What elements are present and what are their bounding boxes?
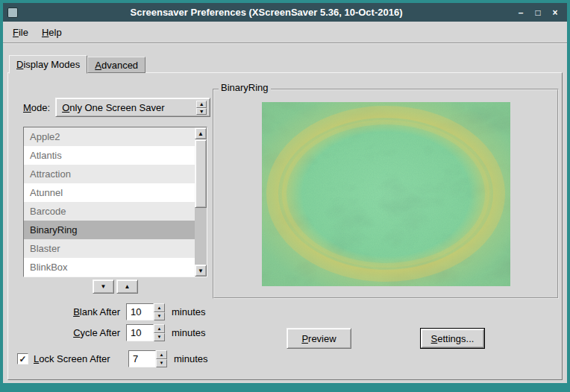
list-item[interactable]: Atunnel	[24, 183, 195, 202]
blank-after-unit: minutes	[172, 306, 206, 317]
preview-frame-border	[213, 89, 559, 299]
arrow-down-icon: ▼	[101, 283, 107, 290]
arrow-up-icon: ▲	[125, 283, 131, 290]
lock-screen-label: Lock Screen After	[34, 353, 122, 364]
display-modes-panel: Mode: Only One Screen Saver ▲ ▼ Apple2 A…	[7, 72, 563, 380]
cycle-after-label: Cycle After	[23, 327, 120, 338]
preview-frame-title: BinaryRing	[219, 82, 271, 93]
lock-after-input[interactable]	[128, 350, 156, 367]
menu-file[interactable]: File	[6, 23, 35, 42]
window-frame: Screensaver Preferences (XScreenSaver 5.…	[0, 0, 570, 392]
list-item-selected[interactable]: BinaryRing	[24, 221, 195, 239]
preview-button-label: Preview	[301, 333, 336, 344]
spin-up-icon[interactable]: ▲	[156, 350, 167, 359]
screensaver-list: Apple2 Atlantis Attraction Atunnel Barco…	[23, 127, 207, 277]
blank-after-spinbox: ▲ ▼	[126, 303, 165, 320]
settings-button[interactable]: Settings...	[421, 329, 484, 348]
list-item[interactable]: Apple2	[24, 127, 195, 146]
window-controls: – □ ×	[515, 7, 561, 19]
list-item[interactable]: Barcode	[24, 202, 195, 221]
minimize-icon[interactable]: –	[515, 7, 527, 19]
list-item[interactable]: Attraction	[24, 165, 195, 183]
menu-help[interactable]: Help	[35, 23, 69, 42]
app-icon	[7, 7, 18, 18]
spin-down-icon[interactable]: ▼	[154, 333, 165, 342]
preview-frame: BinaryRing	[213, 82, 559, 299]
blank-after-row: Blank After ▲ ▼ minutes	[23, 303, 206, 320]
scroll-down-icon[interactable]: ▼	[195, 265, 207, 276]
cycle-after-unit: minutes	[172, 327, 206, 338]
spin-down-icon[interactable]: ▼	[154, 312, 165, 321]
mode-row: Mode: Only One Screen Saver ▲ ▼	[23, 98, 210, 117]
list-move-buttons: ▼ ▲	[23, 279, 207, 294]
list-item[interactable]: Blaster	[24, 239, 195, 258]
lock-after-unit: minutes	[174, 353, 208, 364]
list-item[interactable]: Atlantis	[24, 146, 195, 165]
close-icon[interactable]: ×	[549, 7, 561, 19]
blank-after-label: Blank After	[23, 306, 120, 317]
lock-after-spinbox: ▲ ▼	[128, 350, 167, 367]
notebook: Display Modes Advanced Mode: Only One Sc…	[7, 54, 563, 380]
chevron-down-icon: ▼	[196, 108, 207, 116]
lock-after-stepper[interactable]: ▲ ▼	[156, 350, 167, 367]
spin-up-icon[interactable]: ▲	[154, 303, 165, 312]
mode-dropdown[interactable]: Only One Screen Saver ▲ ▼	[55, 98, 210, 117]
tab-display-modes[interactable]: Display Modes	[9, 55, 87, 74]
dropdown-stepper-icon[interactable]: ▲ ▼	[196, 101, 207, 115]
chevron-up-icon: ▲	[196, 101, 207, 108]
scroll-up-icon[interactable]: ▲	[195, 127, 207, 139]
cycle-after-input[interactable]	[126, 324, 154, 341]
spin-up-icon[interactable]: ▲	[154, 324, 165, 333]
lock-screen-row: ✓ Lock Screen After ▲ ▼ minutes	[17, 350, 208, 367]
checkmark-icon: ✓	[19, 354, 26, 364]
maximize-icon[interactable]: □	[532, 7, 544, 19]
spin-down-icon[interactable]: ▼	[156, 359, 167, 368]
scrollbar-thumb[interactable]	[195, 139, 207, 208]
cycle-after-row: Cycle After ▲ ▼ minutes	[23, 324, 206, 341]
cycle-after-stepper[interactable]: ▲ ▼	[154, 324, 165, 341]
screensaver-preferences-window: Screensaver Preferences (XScreenSaver 5.…	[3, 3, 567, 383]
tab-strip: Display Modes Advanced	[7, 54, 563, 73]
list-scrollbar[interactable]: ▲ ▼	[195, 127, 207, 276]
titlebar[interactable]: Screensaver Preferences (XScreenSaver 5.…	[3, 3, 567, 22]
mode-label: Mode:	[23, 102, 50, 113]
blank-after-stepper[interactable]: ▲ ▼	[154, 303, 165, 320]
mode-dropdown-value: Only One Screen Saver	[62, 102, 164, 113]
move-up-button[interactable]: ▲	[116, 279, 138, 294]
tab-advanced[interactable]: Advanced	[87, 57, 145, 73]
menubar: File Help	[3, 22, 567, 44]
list-item[interactable]: BlinkBox	[24, 258, 195, 276]
window-title: Screensaver Preferences (XScreenSaver 5.…	[18, 7, 515, 18]
preview-button[interactable]: Preview	[286, 328, 351, 349]
blank-after-input[interactable]	[126, 303, 154, 320]
move-down-button[interactable]: ▼	[93, 279, 114, 294]
screensaver-list-rows: Apple2 Atlantis Attraction Atunnel Barco…	[24, 127, 195, 276]
cycle-after-spinbox: ▲ ▼	[126, 324, 165, 341]
binaryring-preview-image	[262, 102, 510, 286]
lock-screen-checkbox[interactable]: ✓	[17, 353, 28, 364]
settings-button-label: Settings...	[431, 333, 475, 344]
